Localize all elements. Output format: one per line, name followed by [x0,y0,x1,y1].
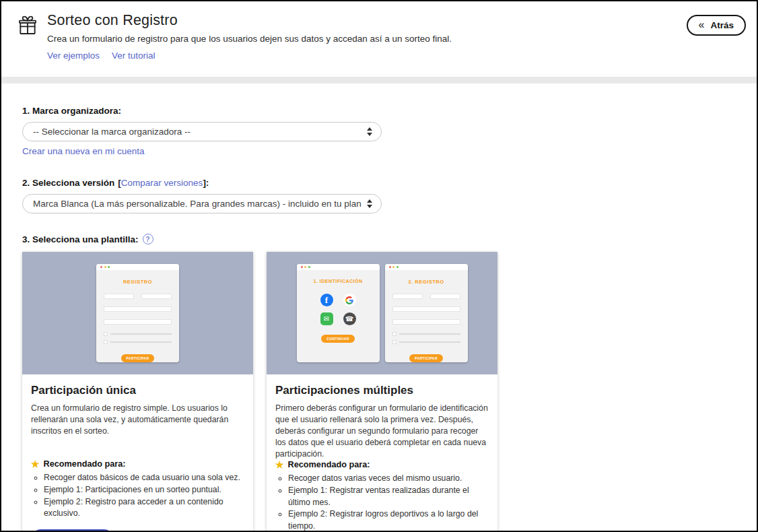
window-controls-icon [96,264,179,270]
template-preview-single: REGISTRO PARTICIPAR [22,252,253,374]
section3-label: 3. Selecciona una plantilla: ? [22,234,736,244]
mock-submit-button: PARTICIPAR [121,354,155,362]
recommended-list: Recoger datos básicos de cada usuario un… [31,472,244,520]
header-divider [1,77,757,84]
template-card-multiple: 1. IDENTIFICACIÓN f [267,252,497,532]
mock-browser-window: 1. IDENTIFICACIÓN f [297,264,380,362]
mock-browser-window: 2. REGISTRO PARTICIPAR [385,264,468,362]
mock-browser-window: REGISTRO PARTICIPAR [96,264,179,362]
section2-label-text: 2. Selecciona versión [22,178,114,188]
recommended-label: Recomendado para: [288,460,370,469]
email-icon: ✉ [320,312,333,325]
version-select-value: Marca Blanca (La más personalizable. Par… [33,199,361,209]
page-title: Sorteo con Registro [47,12,452,29]
compare-versions-link[interactable]: Comparar versiones [121,178,203,188]
section1-label: 1. Marca organizadora: [22,106,736,116]
template-cards: REGISTRO PARTICIPAR Participación única … [22,252,736,532]
gift-icon [16,15,39,61]
sorteo-registro-page: Sorteo con Registro Crea un formulario d… [0,0,758,532]
dropdown-stepper-icon [367,127,372,136]
help-icon[interactable]: ? [143,234,153,244]
list-item: Ejemplo 1: Participaciones en un sorteo … [44,484,244,496]
window-controls-icon [385,264,468,270]
template-preview-multiple: 1. IDENTIFICACIÓN f [267,252,497,374]
section3-label-text: 3. Selecciona una plantilla: [22,234,139,244]
back-button-label: Atrás [710,20,734,30]
mock-step1-title: 1. IDENTIFICACIÓN [313,279,362,284]
list-item: Recoger datos básicos de cada usuario un… [44,472,244,484]
list-item: Ejemplo 1: Registrar ventas realizadas d… [288,485,489,509]
facebook-icon: f [320,294,333,306]
back-button[interactable]: « Atrás [687,15,746,36]
list-item: Ejemplo 2: Registrar logros deportivos a… [288,508,489,532]
see-examples-link[interactable]: Ver ejemplos [47,51,100,61]
header-links: Ver ejemplos Ver tutorial [47,51,452,61]
back-chevrons-icon: « [699,20,705,30]
see-tutorial-link[interactable]: Ver tutorial [112,51,156,61]
form-content: 1. Marca organizadora: -- Seleccionar la… [1,106,757,532]
brand-select[interactable]: -- Seleccionar la marca organizadora -- [22,122,382,141]
recommended-label: Recomendado para: [44,459,126,469]
section2-label: 2. Selecciona versión [ Comparar version… [22,178,736,188]
mock-submit-button: PARTICIPAR [409,354,443,362]
brand-select-value: -- Seleccionar la marca organizadora -- [33,127,191,137]
page-subtitle: Crea un formulario de registro para que … [47,34,452,44]
mock-step2-title: 2. REGISTRO [408,279,444,285]
google-icon [343,294,356,306]
select-template-single-button[interactable]: Selecciona [31,529,114,532]
dropdown-stepper-icon [367,199,372,208]
mock-continue-button: CONTINUAR [321,335,355,343]
star-icon: ★ [31,459,40,469]
phone-icon: ☎ [343,312,356,325]
version-select[interactable]: Marca Blanca (La más personalizable. Par… [22,194,382,213]
card-description: Crea un formulario de registro simple. L… [31,403,244,459]
card-description: Primero deberás configurar un formulario… [275,403,489,460]
list-item: Ejemplo 2: Registro para acceder a un co… [44,496,244,521]
template-card-single: REGISTRO PARTICIPAR Participación única … [22,252,253,532]
create-brand-link[interactable]: Crear una nueva en mi cuenta [22,146,145,156]
card-title: Participaciones múltiples [275,384,489,397]
star-icon: ★ [275,460,284,469]
page-header: Sorteo con Registro Crea un formulario d… [1,1,757,77]
card-title: Participación única [31,384,244,397]
window-controls-icon [297,264,380,270]
bracket-close: ]: [203,178,209,188]
mock-form-title: REGISTRO [123,279,152,285]
recommended-list: Recoger datos varias veces del mismo usu… [275,473,489,532]
list-item: Recoger datos varias veces del mismo usu… [288,473,489,485]
